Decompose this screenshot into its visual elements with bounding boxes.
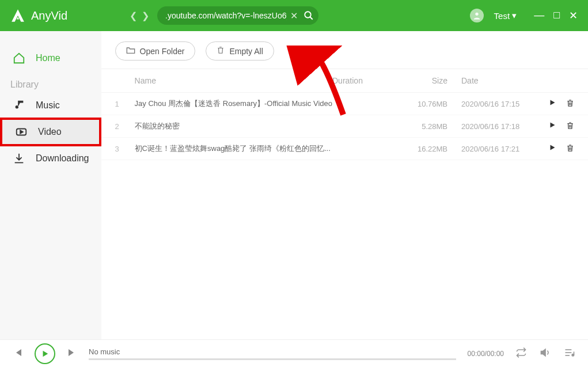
column-name: Name — [135, 76, 332, 85]
row-size: 10.76MB — [396, 100, 447, 108]
repeat-button[interactable] — [515, 347, 527, 361]
minimize-button[interactable]: — — [534, 9, 544, 22]
svg-point-2 — [475, 13, 478, 16]
next-track-button[interactable] — [67, 347, 77, 360]
table-row[interactable]: 2 不能說的秘密 5.28MB 2020/06/16 17:18 — [101, 115, 588, 138]
main: Home Library Music Video Downloading — [0, 31, 588, 339]
nav-forward-button[interactable]: ❯ — [142, 10, 149, 21]
user-label: Test — [494, 11, 510, 21]
row-date: 2020/06/16 17:18 — [447, 122, 528, 131]
sidebar: Home Library Music Video Downloading — [0, 31, 101, 339]
sidebar-item-label: Music — [36, 100, 60, 111]
table-row[interactable]: 3 初C诞生！蓝盈莹炫舞swag酷毙了 张雨绮《粉红色的回忆... 16.22M… — [101, 138, 588, 160]
svg-point-0 — [305, 12, 311, 18]
row-name: 初C诞生！蓝盈莹炫舞swag酷毙了 张雨绮《粉红色的回忆... — [135, 143, 332, 154]
download-icon — [13, 152, 25, 165]
toolbar: Open Folder Empty All — [101, 31, 588, 69]
titlebar: AnyVid ❮ ❯ ✕ Test ▾ — □ ✕ — [0, 0, 588, 31]
play-row-button[interactable] — [549, 144, 556, 154]
player-bar: No music 00:00/00:00 — [0, 339, 588, 367]
progress-bar[interactable] — [89, 358, 456, 360]
maximize-button[interactable]: □ — [553, 9, 560, 22]
row-index: 3 — [115, 145, 135, 153]
row-size: 16.22MB — [396, 145, 447, 153]
app-name: AnyVid — [31, 9, 67, 22]
play-row-button[interactable] — [549, 99, 556, 109]
delete-row-button[interactable] — [566, 144, 574, 154]
empty-all-button[interactable]: Empty All — [206, 41, 274, 60]
play-button[interactable] — [35, 343, 55, 364]
svg-line-1 — [310, 17, 313, 20]
player-right — [515, 347, 575, 361]
prev-track-button[interactable] — [13, 347, 23, 360]
close-button[interactable]: ✕ — [569, 9, 578, 22]
row-date: 2020/06/16 17:15 — [447, 100, 528, 108]
sidebar-item-music[interactable]: Music — [0, 93, 101, 118]
sidebar-item-video[interactable]: Video — [0, 118, 101, 146]
track-title: No music — [89, 347, 456, 356]
library-section-label: Library — [0, 70, 101, 93]
search-button[interactable] — [301, 8, 316, 23]
row-name: 不能說的秘密 — [135, 121, 332, 131]
trash-icon — [217, 46, 225, 56]
open-folder-button[interactable]: Open Folder — [115, 41, 196, 60]
column-size: Size — [396, 76, 447, 85]
row-index: 1 — [115, 100, 135, 108]
sidebar-item-home[interactable]: Home — [0, 46, 101, 70]
track-info: No music — [89, 347, 456, 360]
column-date: Date — [447, 76, 528, 85]
sidebar-item-label: Video — [38, 127, 62, 137]
playlist-button[interactable] — [564, 347, 575, 361]
nav-arrows: ❮ ❯ — [130, 10, 149, 21]
table-body: 1 Jay Chou 周杰倫【迷迭香 Rosemary】-Official Mu… — [101, 93, 588, 160]
window-controls: — □ ✕ — [534, 9, 578, 22]
dropdown-icon: ▾ — [512, 10, 517, 21]
user-menu[interactable]: Test ▾ — [494, 10, 517, 21]
app-logo-icon — [10, 8, 25, 23]
delete-row-button[interactable] — [566, 122, 574, 131]
music-icon — [13, 99, 25, 112]
user-avatar-icon[interactable] — [470, 9, 484, 22]
time-display: 00:00/00:00 — [468, 350, 504, 358]
video-icon — [15, 126, 28, 138]
row-name: Jay Chou 周杰倫【迷迭香 Rosemary】-Official Musi… — [135, 99, 332, 109]
nav-back-button[interactable]: ❮ — [130, 10, 137, 21]
open-folder-label: Open Folder — [140, 47, 185, 56]
volume-button[interactable] — [540, 347, 551, 361]
row-size: 5.28MB — [396, 122, 447, 131]
titlebar-right: Test ▾ — □ ✕ — [470, 9, 578, 22]
search-input[interactable] — [165, 11, 287, 20]
empty-all-label: Empty All — [229, 47, 263, 56]
home-icon — [13, 52, 25, 65]
logo-area: AnyVid — [10, 8, 67, 23]
delete-row-button[interactable] — [566, 99, 574, 109]
play-row-button[interactable] — [549, 122, 556, 131]
content: Open Folder Empty All Name Duration Size… — [101, 31, 588, 339]
sidebar-item-label: Home — [36, 53, 60, 63]
clear-search-button[interactable]: ✕ — [287, 10, 301, 21]
column-duration: Duration — [332, 76, 396, 85]
row-index: 2 — [115, 122, 135, 131]
folder-icon — [126, 46, 135, 56]
table-row[interactable]: 1 Jay Chou 周杰倫【迷迭香 Rosemary】-Official Mu… — [101, 93, 588, 115]
search-bar: ✕ — [157, 6, 318, 25]
table-header: Name Duration Size Date — [101, 69, 588, 93]
row-date: 2020/06/16 17:21 — [447, 145, 528, 153]
sidebar-item-label: Downloading — [36, 153, 89, 164]
sidebar-item-downloading[interactable]: Downloading — [0, 146, 101, 171]
